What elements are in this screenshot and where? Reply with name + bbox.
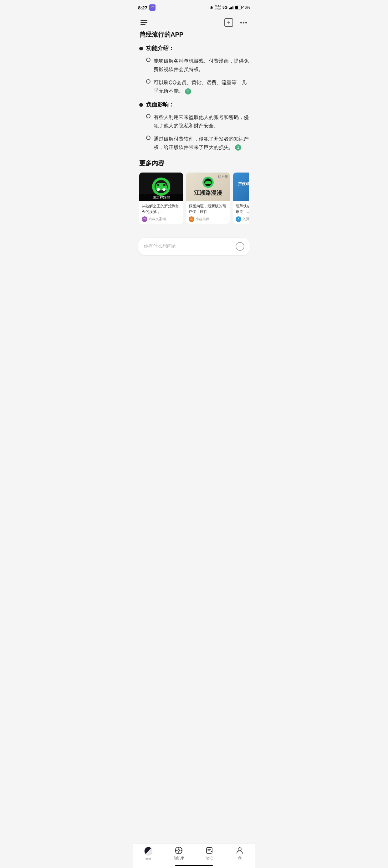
- card1-image: 破之神辉煌: [139, 173, 183, 201]
- more-options-button[interactable]: •••: [239, 18, 249, 28]
- card3-overlay-text: 芦侠成长之路，累积经验成: [236, 180, 249, 193]
- hamburger-menu-button[interactable]: [139, 19, 149, 26]
- home-indicator: [175, 865, 213, 866]
- bullet-icon: [139, 46, 143, 51]
- nav-label-ima: ima: [146, 857, 151, 860]
- card3-image: 芦侠成长之路，累积经验成: [233, 173, 249, 201]
- card3-desc: 葫芦侠成长之路，勇闯难关，...: [236, 203, 249, 215]
- card2-author-name: 小超推荐: [196, 217, 209, 221]
- section2-items: 有些人利用它来盗取他人的账号和密码，侵犯了他人的隐私和财产安全。 通过破解付费软…: [146, 113, 249, 152]
- status-bar: 8:27 🪄 ✱ 0.83KB/S 5G 46%: [133, 0, 255, 14]
- battery-indicator: 46%: [235, 5, 250, 10]
- section2-item2-text: 通过破解付费软件，侵犯了开发者的知识产权，给正版软件带来了巨大的损失。1: [154, 135, 249, 152]
- section1-item1-text: 能够破解各种单机游戏、付费漫画，提供免费影视软件会员特权。: [154, 57, 249, 73]
- section2-heading: 负面影响：: [139, 101, 249, 108]
- cards-row: 破之神辉煌 从破解之王的辉煌到如今的没落，... 六 六叔文案铺 胡户侠: [139, 173, 249, 225]
- card2-author-avatar: 小: [189, 216, 194, 222]
- top-nav: + •••: [133, 14, 255, 30]
- bottom-nav: ima 知识库 笔记: [133, 844, 255, 868]
- nav-label-knowledge: 知识库: [174, 856, 184, 861]
- person-icon: [236, 846, 244, 855]
- signal-icon: [229, 6, 233, 9]
- list-item: 有些人利用它来盗取他人的账号和密码，侵犯了他人的隐私和财产安全。: [146, 113, 249, 130]
- content-area: 曾经流行的APP 功能介绍： 能够破解各种单机游戏、付费漫画，提供免费影视软件会…: [133, 30, 255, 231]
- card2-image: 胡户侠 江湖路漫漫: [186, 173, 230, 201]
- input-area: 你有什么想问的 +: [133, 238, 255, 255]
- content-card-2[interactable]: 胡户侠 江湖路漫漫 截图为证，最新版的葫芦侠，软件... 小 小超推荐: [186, 173, 230, 224]
- status-icons: ✱ 0.83KB/S 5G 46%: [210, 4, 250, 11]
- card2-info: 截图为证，最新版的葫芦侠，软件... 小 小超推荐: [186, 201, 230, 224]
- card1-info: 从破解之王的辉煌到如今的没落，... 六 六叔文案铺: [139, 201, 183, 224]
- card1-desc: 从破解之王的辉煌到如今的没落，...: [142, 203, 181, 215]
- network-type-icon: 5G: [223, 5, 227, 10]
- nav-label-notes: 笔记: [206, 856, 213, 861]
- svg-point-9: [238, 848, 241, 851]
- bluetooth-icon: ✱: [210, 5, 214, 10]
- list-item: 能够破解各种单机游戏、付费漫画，提供免费影视软件会员特权。: [146, 57, 249, 73]
- card3-author-name: 入页百科: [243, 217, 249, 221]
- list-item: 可以刷QQ会员、黄钻、话费、流量等，几乎无所不能。1: [146, 78, 249, 95]
- card2-author: 小 小超推荐: [189, 216, 227, 222]
- ellipsis-icon: •••: [240, 19, 248, 26]
- section1-title: 功能介绍：: [146, 44, 174, 52]
- edit-icon: [205, 846, 214, 855]
- section1-item2-text: 可以刷QQ会员、黄钻、话费、流量等，几乎无所不能。1: [154, 78, 249, 95]
- network-speed: 0.83KB/S: [215, 4, 221, 11]
- card1-author-avatar: 六: [142, 216, 148, 222]
- compose-button[interactable]: +: [224, 18, 234, 28]
- content-card-1[interactable]: 破之神辉煌 从破解之王的辉煌到如今的没落，... 六 六叔文案铺: [139, 173, 183, 224]
- article-title: 曾经流行的APP: [139, 30, 249, 39]
- card3-info: 葫芦侠成长之路，勇闯难关，... 入 入页百科: [233, 201, 249, 224]
- section2-title: 负面影响：: [146, 101, 174, 108]
- nav-actions: + •••: [224, 18, 249, 28]
- footnote-badge-2: 1: [235, 144, 241, 151]
- footnote-badge-1: 1: [185, 88, 191, 95]
- sub-bullet-icon: [146, 135, 151, 140]
- section2-item1-text: 有些人利用它来盗取他人的账号和密码，侵犯了他人的隐私和财产安全。: [154, 113, 249, 130]
- svg-rect-6: [206, 848, 212, 853]
- menu-line: [140, 22, 148, 23]
- input-add-button[interactable]: +: [236, 242, 245, 251]
- card1-author: 六 六叔文案铺: [142, 216, 181, 222]
- list-item: 通过破解付费软件，侵犯了开发者的知识产权，给正版软件带来了巨大的损失。1: [146, 135, 249, 152]
- question-input-box[interactable]: 你有什么想问的 +: [138, 238, 250, 255]
- more-content-section: 更多内容: [139, 159, 249, 225]
- nav-label-me: 我: [238, 856, 241, 861]
- card2-mascot-icon: [202, 177, 214, 188]
- card2-top-label: 胡户侠: [218, 175, 228, 179]
- sub-bullet-icon: [146, 58, 151, 62]
- sub-bullet-icon: [146, 79, 151, 84]
- compass-icon: [174, 846, 183, 855]
- nav-item-notes[interactable]: 笔记: [200, 846, 219, 861]
- card3-author-avatar: 入: [236, 216, 241, 222]
- content-card-3[interactable]: 芦侠成长之路，累积经验成 葫芦侠成长之路，勇闯难关，... 入 入页百科: [233, 173, 249, 224]
- sub-bullet-icon: [146, 114, 151, 118]
- card1-author-name: 六叔文案铺: [149, 217, 166, 221]
- magic-icon: 🪄: [149, 4, 156, 11]
- svg-point-1: [178, 849, 180, 851]
- section1-items: 能够破解各种单机游戏、付费漫画，提供免费影视软件会员特权。 可以刷QQ会员、黄钻…: [146, 57, 249, 95]
- section1-heading: 功能介绍：: [139, 44, 249, 52]
- nav-item-knowledge[interactable]: 知识库: [169, 846, 188, 861]
- bullet-icon: [139, 103, 143, 107]
- card2-main-text: 江湖路漫漫: [194, 189, 222, 197]
- more-content-title: 更多内容: [139, 159, 249, 167]
- menu-line: [140, 20, 148, 21]
- card2-desc: 截图为证，最新版的葫芦侠，软件...: [189, 203, 227, 215]
- battery-percent: 46%: [243, 5, 250, 10]
- status-time: 8:27: [138, 5, 148, 10]
- menu-line: [140, 24, 146, 25]
- input-placeholder-text: 你有什么想问的: [143, 243, 236, 249]
- nav-item-me[interactable]: 我: [230, 846, 249, 861]
- ima-icon: [144, 847, 152, 855]
- nav-item-ima[interactable]: ima: [139, 847, 158, 860]
- card3-author: 入 入页百科: [236, 216, 249, 222]
